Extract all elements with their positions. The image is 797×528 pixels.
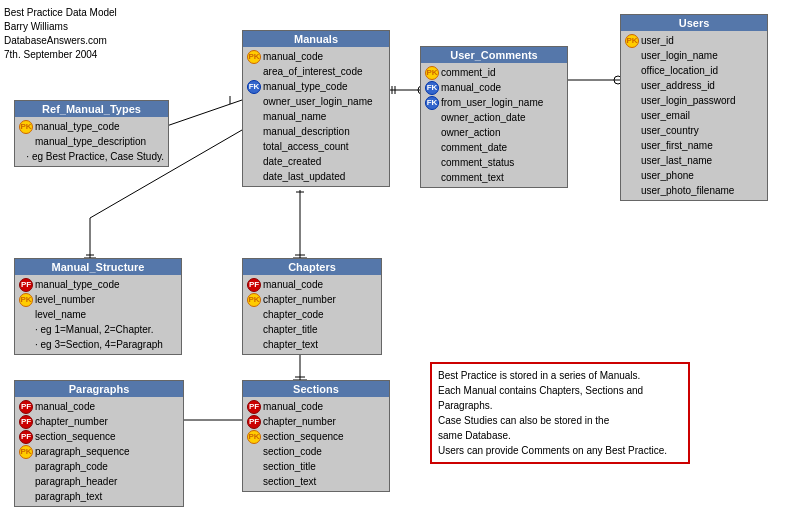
fk-icon: FK (425, 81, 439, 95)
entity-users: Users PKuser_id user_login_name office_l… (620, 14, 768, 201)
entity-manuals-body: PKmanual_code area_of_interest_code FKma… (243, 47, 389, 186)
info-website: DatabaseAnswers.com (4, 34, 117, 48)
field-label: area_of_interest_code (263, 64, 363, 79)
field-label: comment_status (441, 155, 514, 170)
pf-icon: PF (19, 415, 33, 429)
field-label: user_address_id (641, 78, 715, 93)
field-label: manual_description (263, 124, 350, 139)
field-label: office_location_id (641, 63, 718, 78)
entity-manual-structure-body: PFmanual_type_code PKlevel_number level_… (15, 275, 181, 354)
note-line-4: same Database. (438, 428, 682, 443)
entity-users-body: PKuser_id user_login_name office_locatio… (621, 31, 767, 200)
entity-manual-structure-title: Manual_Structure (15, 259, 181, 275)
field-label: paragraph_code (35, 459, 108, 474)
pf-icon: PF (19, 400, 33, 414)
info-author: Barry Williams (4, 20, 117, 34)
entity-sections: Sections PFmanual_code PFchapter_number … (242, 380, 390, 492)
pf-icon: PF (247, 278, 261, 292)
pf-icon: PF (19, 278, 33, 292)
field-label: section_code (263, 444, 322, 459)
entity-ref-manual-types-body: PKmanual_type_code manual_type_descripti… (15, 117, 168, 166)
field-label: user_first_name (641, 138, 713, 153)
field-label: chapter_title (263, 322, 317, 337)
info-title: Best Practice Data Model (4, 6, 117, 20)
pk-icon: PK (425, 66, 439, 80)
note-line-3: Case Studies can also be stored in the (438, 413, 682, 428)
entity-ref-manual-types-title: Ref_Manual_Types (15, 101, 168, 117)
note-box: Best Practice is stored in a series of M… (430, 362, 690, 464)
field-label: manual_code (263, 277, 323, 292)
info-date: 7th. September 2004 (4, 48, 117, 62)
note-line-2: Each Manual contains Chapters, Sections … (438, 383, 682, 413)
note-line-1: Best Practice is stored in a series of M… (438, 368, 682, 383)
pk-icon: PK (247, 430, 261, 444)
entity-sections-title: Sections (243, 381, 389, 397)
entity-chapters: Chapters PFmanual_code PKchapter_number … (242, 258, 382, 355)
field-label: manual_type_code (263, 79, 348, 94)
field-label: paragraph_text (35, 489, 102, 504)
field-label: user_login_name (641, 48, 718, 63)
field-label: manual_code (263, 49, 323, 64)
entity-chapters-title: Chapters (243, 259, 381, 275)
field-label: paragraph_header (35, 474, 117, 489)
field-label: owner_action_date (441, 110, 526, 125)
field-label: manual_name (263, 109, 326, 124)
field-label: chapter_text (263, 337, 318, 352)
entity-sections-body: PFmanual_code PFchapter_number PKsection… (243, 397, 389, 491)
pk-icon: PK (625, 34, 639, 48)
field-label: chapter_number (263, 292, 336, 307)
field-label: section_sequence (35, 429, 116, 444)
field-label: owner_action (441, 125, 500, 140)
entity-ref-manual-types: Ref_Manual_Types PKmanual_type_code manu… (14, 100, 169, 167)
pk-icon: PK (247, 50, 261, 64)
field-label: section_text (263, 474, 316, 489)
field-label: section_title (263, 459, 316, 474)
field-label: user_phone (641, 168, 694, 183)
field-label: paragraph_sequence (35, 444, 130, 459)
field-label: section_sequence (263, 429, 344, 444)
entity-manual-structure: Manual_Structure PFmanual_type_code PKle… (14, 258, 182, 355)
pf-icon: PF (247, 415, 261, 429)
field-label: user_last_name (641, 153, 712, 168)
field-label: total_access_count (263, 139, 349, 154)
field-label: chapter_number (263, 414, 336, 429)
field-label: user_id (641, 33, 674, 48)
field-label: from_user_login_name (441, 95, 543, 110)
field-label: date_created (263, 154, 321, 169)
entity-manuals-title: Manuals (243, 31, 389, 47)
field-label: user_photo_filename (641, 183, 734, 198)
field-label: comment_id (441, 65, 495, 80)
field-label: level_number (35, 292, 95, 307)
field-label: · eg Best Practice, Case Study. (26, 149, 164, 164)
field-label: level_name (35, 307, 86, 322)
entity-chapters-body: PFmanual_code PKchapter_number chapter_c… (243, 275, 381, 354)
field-label: owner_user_login_name (263, 94, 373, 109)
entity-user-comments-body: PKcomment_id FKmanual_code FKfrom_user_l… (421, 63, 567, 187)
pf-icon: PF (19, 430, 33, 444)
entity-users-title: Users (621, 15, 767, 31)
field-label: chapter_number (35, 414, 108, 429)
fk-icon: FK (247, 80, 261, 94)
field-label: manual_type_description (35, 134, 146, 149)
entity-user-comments-title: User_Comments (421, 47, 567, 63)
entity-paragraphs-title: Paragraphs (15, 381, 183, 397)
note-line-5: Users can provide Comments on any Best P… (438, 443, 682, 458)
field-label: user_login_password (641, 93, 736, 108)
field-label: · eg 1=Manual, 2=Chapter. (35, 322, 153, 337)
field-label: manual_type_code (35, 119, 120, 134)
entity-manuals: Manuals PKmanual_code area_of_interest_c… (242, 30, 390, 187)
pk-icon: PK (247, 293, 261, 307)
info-box: Best Practice Data Model Barry Williams … (4, 6, 117, 62)
field-label: date_last_updated (263, 169, 345, 184)
field-label: manual_code (35, 399, 95, 414)
field-label: · eg 3=Section, 4=Paragraph (35, 337, 163, 352)
pf-icon: PF (247, 400, 261, 414)
field-label: comment_text (441, 170, 504, 185)
field-label: comment_date (441, 140, 507, 155)
pk-icon: PK (19, 445, 33, 459)
entity-paragraphs: Paragraphs PFmanual_code PFchapter_numbe… (14, 380, 184, 507)
entity-user-comments: User_Comments PKcomment_id FKmanual_code… (420, 46, 568, 188)
field-label: chapter_code (263, 307, 324, 322)
entity-paragraphs-body: PFmanual_code PFchapter_number PFsection… (15, 397, 183, 506)
field-label: manual_type_code (35, 277, 120, 292)
